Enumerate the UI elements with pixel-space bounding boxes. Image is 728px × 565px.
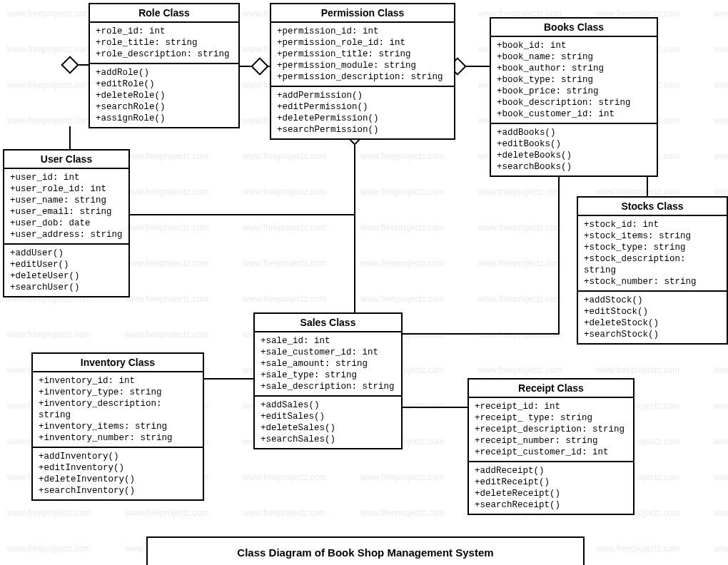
watermark: www.freeprojectz.com (243, 258, 326, 268)
inventory-methods: +addInventory()+editInventory()+deleteIn… (33, 448, 203, 499)
attribute: +permission_module: string (277, 60, 448, 71)
stocks-class: Stocks Class +stock_id: int+stock_items:… (577, 196, 728, 345)
method: +deleteUser() (10, 270, 123, 282)
attribute: +receipt_id: int (475, 401, 627, 412)
watermark: www.freeprojectz.com (125, 223, 208, 233)
role-methods: +addRole()+editRole()+deleteRole()+searc… (90, 64, 238, 127)
method: +addSales() (261, 399, 395, 411)
watermark: www.freeprojectz.com (243, 151, 326, 161)
attribute: +book_id: int (497, 40, 651, 51)
class-title: Sales Class (255, 314, 401, 332)
attribute: +permission_description: string (277, 71, 448, 83)
attribute: +sale_type: string (261, 370, 395, 381)
permission-class: Permission Class +permission_id: int+per… (270, 3, 455, 140)
method: +searchSales() (261, 434, 395, 445)
attribute: +receipt_number: string (475, 435, 627, 447)
method: +addBooks() (497, 127, 651, 138)
attribute: +inventory_id: int (39, 375, 197, 387)
method: +searchStock() (584, 329, 721, 340)
watermark: www.freeprojectz.com (714, 80, 728, 90)
attribute: +role_title: string (96, 37, 233, 49)
watermark: www.freeprojectz.com (714, 472, 728, 482)
watermark: www.freeprojectz.com (360, 508, 444, 518)
method: +editSales() (261, 411, 395, 422)
watermark: www.freeprojectz.com (360, 472, 444, 482)
method: +addInventory() (39, 451, 197, 462)
watermark: www.freeprojectz.com (478, 294, 562, 304)
connector (201, 378, 253, 380)
method: +editInventory() (39, 462, 197, 474)
watermark: www.freeprojectz.com (714, 151, 728, 161)
method: +editRole() (96, 78, 233, 90)
watermark: www.freeprojectz.com (243, 508, 326, 518)
watermark: www.freeprojectz.com (478, 365, 562, 375)
connector (400, 333, 560, 335)
watermark: www.freeprojectz.com (596, 187, 679, 197)
connector (354, 214, 355, 314)
attribute: +user_role_id: int (10, 183, 123, 195)
watermark: www.freeprojectz.com (478, 223, 562, 233)
method: +deleteStock() (584, 317, 721, 329)
stocks-attrs: +stock_id: int+stock_items: string+stock… (578, 216, 727, 292)
method: +deleteRole() (96, 90, 233, 101)
watermark: www.freeprojectz.com (596, 544, 679, 554)
attribute: +sale_amount: string (261, 358, 395, 370)
method: +editBooks() (497, 138, 651, 150)
method: +addStock() (584, 295, 721, 306)
attribute: +permission_role_id: int (277, 37, 448, 49)
attribute: +receipt_description: string (475, 424, 627, 435)
attribute: +book_author: string (497, 63, 651, 74)
watermark: www.freeprojectz.com (360, 223, 444, 233)
attribute: +inventory_description: string (39, 398, 197, 421)
watermark: www.freeprojectz.com (243, 472, 326, 482)
attribute: +user_address: string (10, 229, 123, 240)
class-title: User Class (4, 151, 128, 169)
receipt-class: Receipt Class +receipt_id: int+receipt_ … (467, 378, 635, 515)
class-title: Permission Class (271, 4, 454, 23)
sales-attrs: +sale_id: int+sale_customer_id: int+sale… (255, 332, 401, 397)
method: +searchRole() (96, 101, 233, 113)
attribute: +stock_description: string (584, 253, 721, 276)
watermark: www.freeprojectz.com (478, 330, 562, 340)
diamond-icon (61, 56, 79, 73)
class-title: Books Class (491, 19, 657, 37)
watermark: www.freeprojectz.com (125, 508, 208, 518)
attribute: +book_customer_id: int (497, 108, 651, 120)
watermark: www.freeprojectz.com (7, 116, 91, 126)
method: +searchInventory() (39, 485, 197, 497)
watermark: www.freeprojectz.com (360, 294, 444, 304)
attribute: +stock_type: string (584, 242, 721, 253)
watermark: www.freeprojectz.com (243, 223, 326, 233)
watermark: www.freeprojectz.com (7, 9, 91, 19)
connector (400, 407, 467, 408)
watermark: www.freeprojectz.com (596, 365, 679, 375)
class-title: Stocks Class (578, 198, 727, 216)
books-methods: +addBooks()+editBooks()+deleteBooks()+se… (491, 124, 657, 175)
method: +editReceipt() (475, 477, 627, 488)
attribute: +user_name: string (10, 195, 123, 206)
watermark: www.freeprojectz.com (360, 258, 444, 268)
connector (127, 214, 355, 215)
attribute: +book_price: string (497, 86, 651, 97)
inventory-class: Inventory Class +inventory_id: int+inven… (31, 352, 204, 501)
method: +addRole() (96, 67, 233, 78)
attribute: +receipt_customer_id: int (475, 447, 627, 458)
method: +searchBooks() (497, 161, 651, 173)
watermark: www.freeprojectz.com (7, 44, 91, 54)
user-class: User Class +user_id: int+user_role_id: i… (3, 149, 130, 297)
watermark: www.freeprojectz.com (714, 365, 728, 375)
role-class: Role Class +role_id: int+role_title: str… (89, 3, 240, 128)
watermark: www.freeprojectz.com (714, 544, 728, 554)
class-title: Role Class (90, 4, 238, 23)
attribute: +user_id: int (10, 172, 123, 183)
attribute: +inventory_number: string (39, 432, 197, 444)
role-attrs: +role_id: int+role_title: string+role_de… (90, 23, 238, 64)
attribute: +book_type: string (497, 74, 651, 86)
attribute: +role_description: string (96, 49, 233, 60)
method: +addPermission() (277, 90, 448, 101)
sales-class: Sales Class +sale_id: int+sale_customer_… (253, 312, 403, 449)
watermark: www.freeprojectz.com (125, 294, 208, 304)
method: +searchUser() (10, 282, 123, 293)
watermark: www.freeprojectz.com (714, 9, 728, 19)
connector (558, 170, 560, 335)
